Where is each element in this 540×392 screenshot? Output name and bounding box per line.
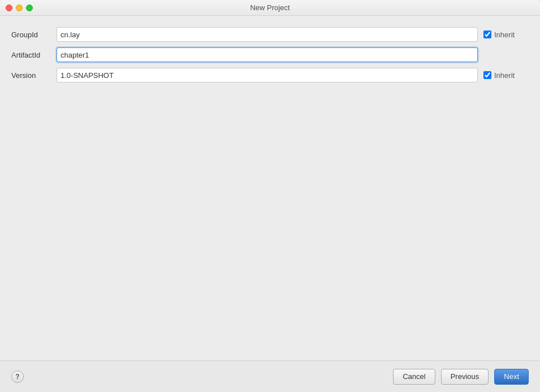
groupid-inherit-checkbox[interactable] [483, 31, 491, 38]
previous-button[interactable]: Previous [441, 369, 489, 385]
artifactid-label: ArtifactId [11, 51, 57, 59]
minimize-button[interactable] [16, 5, 23, 11]
groupid-inherit-group: Inherit [483, 31, 529, 39]
version-input[interactable] [57, 68, 478, 82]
groupid-inherit-label: Inherit [494, 31, 515, 39]
groupid-row: GroupId Inherit [11, 27, 529, 42]
bottom-bar: ? Cancel Previous Next [0, 360, 540, 392]
cancel-button[interactable]: Cancel [393, 369, 435, 385]
help-button[interactable]: ? [11, 371, 24, 383]
bottom-left: ? [11, 371, 24, 383]
content-area: GroupId Inherit ArtifactId Version Inher… [0, 16, 540, 360]
version-row: Version Inherit [11, 68, 529, 82]
groupid-input[interactable] [57, 27, 478, 42]
artifactid-row: ArtifactId [11, 47, 529, 62]
groupid-label: GroupId [11, 31, 57, 39]
version-inherit-label: Inherit [494, 71, 515, 80]
maximize-button[interactable] [26, 5, 33, 11]
window-controls [6, 5, 33, 11]
close-button[interactable] [6, 5, 12, 11]
next-button[interactable]: Next [494, 369, 529, 385]
main-window: New Project GroupId Inherit ArtifactId V… [0, 0, 540, 392]
version-inherit-checkbox[interactable] [483, 71, 491, 79]
bottom-right: Cancel Previous Next [393, 369, 529, 385]
version-inherit-group: Inherit [483, 71, 529, 80]
version-label: Version [11, 71, 57, 80]
title-bar: New Project [0, 0, 540, 16]
window-title: New Project [250, 3, 290, 12]
artifactid-input[interactable] [57, 47, 478, 62]
content-spacer [11, 88, 529, 360]
